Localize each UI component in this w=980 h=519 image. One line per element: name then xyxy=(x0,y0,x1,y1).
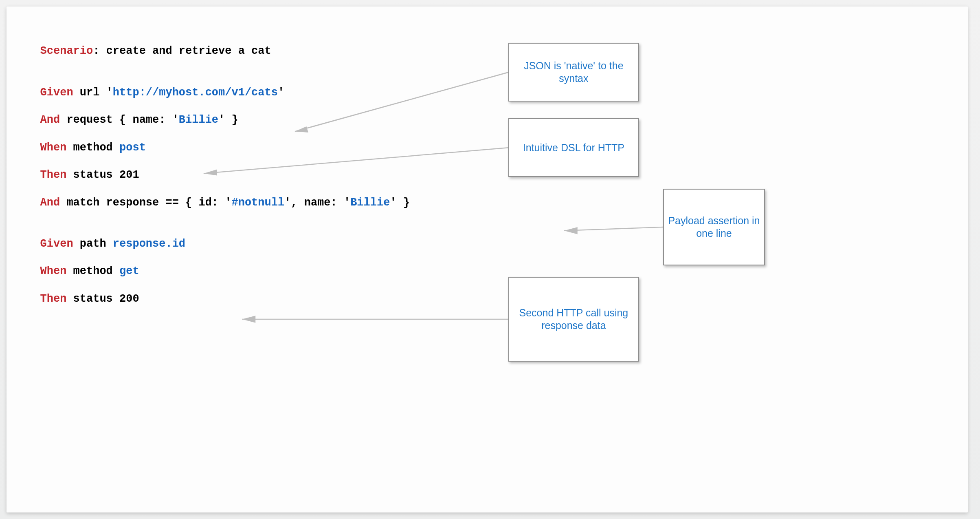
code-block: Scenario: create and retrieve a cat Give… xyxy=(40,31,410,306)
code-line-6: And request { name: 'Billie' } xyxy=(40,114,238,126)
callout-second-http-call: Second HTTP call using response data xyxy=(508,277,639,362)
code-line-17: When method get xyxy=(40,265,139,277)
callout-payload-assertion: Payload assertion in one line xyxy=(663,189,765,266)
code-line-15: Given path response.id xyxy=(40,238,185,250)
slide-panel: Scenario: create and retrieve a cat Give… xyxy=(7,7,968,512)
code-line-10: Then status 201 xyxy=(40,169,139,181)
code-line-12: And match response == { id: '#notnull', … xyxy=(40,197,410,209)
code-line-1: Scenario: create and retrieve a cat xyxy=(40,45,271,57)
svg-marker-5 xyxy=(564,227,578,234)
code-line-8: When method post xyxy=(40,141,146,154)
code-line-19: Then status 200 xyxy=(40,293,139,305)
code-line-4: Given url 'http://myhost.com/v1/cats' xyxy=(40,86,285,99)
svg-marker-7 xyxy=(242,316,255,322)
callout-json-native: JSON is 'native' to the syntax xyxy=(508,43,639,102)
callout-intuitive-dsl: Intuitive DSL for HTTP xyxy=(508,118,639,177)
svg-line-4 xyxy=(564,227,663,231)
